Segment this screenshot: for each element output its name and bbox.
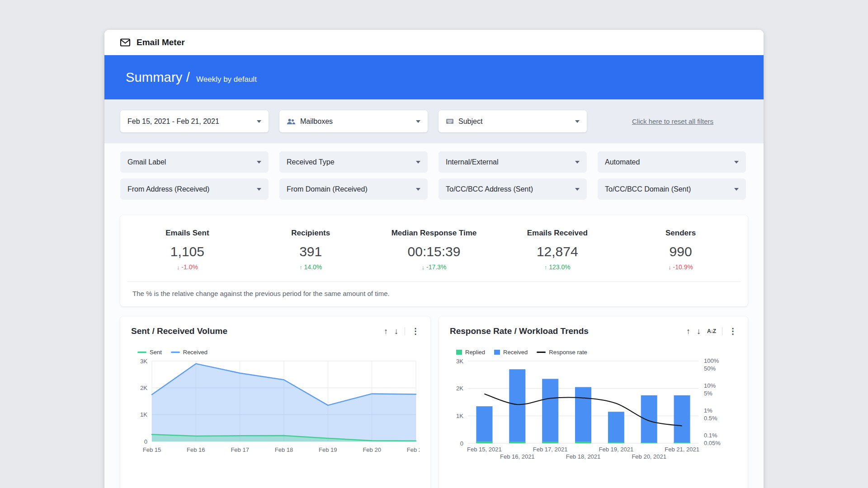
arrow-up-icon[interactable]: ↑: [686, 327, 690, 335]
subject-dropdown[interactable]: Subject: [439, 110, 587, 132]
chevron-down-icon: [416, 161, 420, 164]
metric-label: Emails Received: [495, 229, 619, 238]
legend-label: Response rate: [549, 349, 587, 356]
page-subtitle: Weekly by default: [196, 75, 257, 84]
metric-value: 391: [249, 244, 373, 259]
from-domain-dropdown[interactable]: From Domain (Received): [279, 178, 428, 200]
chevron-down-icon: [575, 161, 580, 164]
people-icon: [287, 118, 296, 125]
svg-text:3K: 3K: [140, 358, 147, 365]
metric-senders: Senders 990 ↓ -10.9%: [619, 229, 742, 271]
svg-text:2K: 2K: [456, 385, 463, 392]
trend-arrow-icon: ↑: [299, 264, 302, 271]
svg-text:Feb 21, 2021: Feb 21, 2021: [665, 446, 699, 453]
svg-text:0.5%: 0.5%: [704, 415, 717, 422]
legend-item-sent: Sent: [137, 349, 162, 356]
metric-label: Median Response Time: [373, 229, 496, 238]
received-type-dropdown[interactable]: Received Type: [279, 151, 428, 173]
svg-text:5%: 5%: [704, 390, 712, 397]
legend-label: Replied: [465, 349, 485, 356]
to-cc-bcc-domain-dropdown[interactable]: To/CC/BCC Domain (Sent): [598, 178, 746, 200]
reset-filters-link[interactable]: Click here to reset all filters: [632, 117, 713, 125]
chart-title: Sent / Received Volume: [131, 326, 227, 336]
metric-delta: ↑ 123.0%: [495, 263, 619, 271]
more-options-icon[interactable]: ⋮: [411, 327, 420, 335]
secondary-filter-bar: Gmail Label Received Type Internal/Exter…: [104, 143, 764, 210]
subject-icon: [446, 118, 454, 124]
delta-value: -10.9%: [673, 263, 693, 271]
from-address-dropdown[interactable]: From Address (Received): [120, 178, 269, 200]
response-rate-workload-card: Response Rate / Workload Trends ↑ ↓ A↓Z …: [439, 316, 748, 488]
svg-text:0.1%: 0.1%: [704, 432, 717, 439]
arrow-down-icon[interactable]: ↓: [394, 327, 398, 335]
internal-external-dropdown[interactable]: Internal/External: [439, 151, 587, 173]
legend-item-received: Received: [494, 349, 528, 356]
date-range-dropdown[interactable]: Feb 15, 2021 - Feb 21, 2021: [120, 110, 269, 132]
delta-value: 14.0%: [304, 263, 322, 271]
metric-label: Senders: [619, 229, 742, 238]
date-range-label: Feb 15, 2021 - Feb 21, 2021: [127, 117, 251, 126]
metric-recipients: Recipients 391 ↑ 14.0%: [249, 229, 373, 271]
more-options-icon[interactable]: ⋮: [729, 327, 737, 335]
filter-label: Automated: [605, 158, 729, 166]
filter-label: Gmail Label: [127, 158, 251, 166]
mailboxes-dropdown[interactable]: Mailboxes: [279, 110, 428, 132]
svg-text:2K: 2K: [140, 385, 147, 391]
delta-value: -17.3%: [426, 263, 446, 271]
metric-emails-received: Emails Received 12,874 ↑ 123.0%: [495, 229, 619, 271]
to-cc-bcc-address-dropdown[interactable]: To/CC/BCC Address (Sent): [439, 178, 587, 200]
legend-swatch: [494, 350, 500, 355]
mailboxes-label: Mailboxes: [300, 117, 410, 126]
chart-legend: Sent Received: [137, 349, 420, 356]
svg-text:Feb 21: Feb 21: [407, 446, 420, 453]
filter-label: Received Type: [287, 158, 410, 166]
svg-text:3K: 3K: [456, 358, 463, 365]
metric-value: 990: [619, 244, 742, 259]
metric-label: Recipients: [249, 229, 373, 238]
metric-value: 00:15:39: [373, 244, 496, 259]
filter-label: To/CC/BCC Address (Sent): [446, 185, 570, 193]
metric-delta: ↓ -1.0%: [126, 263, 249, 271]
chevron-down-icon: [575, 188, 580, 191]
svg-text:Feb 15: Feb 15: [143, 446, 161, 453]
sent-received-volume-chart: 01K2K3KFeb 15Feb 16Feb 17Feb 18Feb 19Feb…: [131, 357, 420, 458]
arrow-down-icon[interactable]: ↓: [697, 327, 701, 335]
delta-value: 123.0%: [549, 263, 570, 271]
metric-delta: ↓ -10.9%: [619, 263, 742, 271]
summary-banner: Summary / Weekly by default: [104, 55, 764, 99]
delta-value: -1.0%: [181, 263, 198, 271]
svg-text:10%: 10%: [704, 382, 716, 389]
svg-text:Feb 16: Feb 16: [187, 446, 205, 453]
dashboard-content: Emails Sent 1,105 ↓ -1.0% Recipients 391…: [104, 210, 764, 488]
gmail-label-dropdown[interactable]: Gmail Label: [120, 151, 269, 173]
toolbar-divider: [405, 327, 405, 335]
svg-text:Feb 20: Feb 20: [363, 446, 381, 453]
svg-text:1K: 1K: [140, 411, 147, 418]
page-title: Summary /: [126, 70, 190, 85]
svg-text:0: 0: [144, 438, 147, 445]
toolbar-divider: [722, 327, 722, 335]
sort-az-icon[interactable]: A↓Z: [707, 328, 716, 334]
svg-text:Feb 19, 2021: Feb 19, 2021: [599, 446, 634, 453]
trend-arrow-icon: ↑: [544, 264, 547, 271]
metric-median-response-time: Median Response Time 00:15:39 ↓ -17.3%: [373, 229, 496, 271]
metric-delta: ↑ 14.0%: [249, 263, 373, 271]
svg-text:Feb 20, 2021: Feb 20, 2021: [632, 453, 666, 460]
chart-title: Response Rate / Workload Trends: [450, 326, 589, 336]
chevron-down-icon: [734, 161, 739, 164]
chart-toolbar: ↑ ↓ A↓Z ⋮: [686, 327, 737, 335]
automated-dropdown[interactable]: Automated: [598, 151, 746, 173]
app-header: Email Meter: [104, 30, 764, 55]
arrow-up-icon[interactable]: ↑: [384, 327, 388, 335]
svg-text:Feb 19: Feb 19: [319, 446, 337, 453]
svg-text:0: 0: [460, 440, 463, 447]
chevron-down-icon: [575, 120, 580, 123]
legend-label: Received: [183, 349, 208, 356]
chevron-down-icon: [416, 188, 420, 191]
filter-label: To/CC/BCC Domain (Sent): [605, 185, 729, 193]
legend-item-response-rate: Response rate: [537, 349, 587, 356]
legend-swatch: [537, 352, 546, 353]
svg-text:Feb 18: Feb 18: [275, 446, 293, 453]
filter-label: Internal/External: [446, 158, 570, 166]
legend-swatch: [456, 350, 462, 355]
